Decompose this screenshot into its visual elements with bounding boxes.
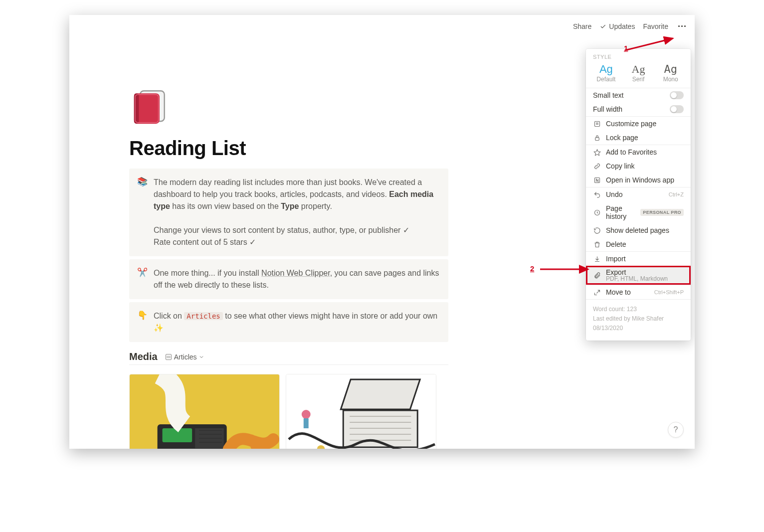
- pro-badge: PERSONAL PRO: [640, 209, 684, 216]
- svg-marker-17: [341, 379, 420, 409]
- callout-text: One more thing... if you install Notion …: [154, 267, 439, 291]
- updates-button[interactable]: Updates: [599, 22, 635, 30]
- menu-undo[interactable]: Undo Ctrl+Z: [586, 187, 691, 201]
- menu-move-to[interactable]: Move to Ctrl+Shift+P: [586, 285, 691, 299]
- annotation-arrow-2: [538, 264, 593, 274]
- trash-icon: [593, 240, 601, 248]
- toggle-full-width[interactable]: Full width: [586, 102, 691, 116]
- card-thumbnail: [130, 374, 279, 449]
- share-label: Share: [573, 22, 591, 30]
- clock-icon: [593, 208, 601, 216]
- style-default[interactable]: Ag Default: [590, 63, 622, 83]
- undo-icon: [593, 190, 601, 198]
- share-button[interactable]: Share: [573, 22, 591, 30]
- gallery-card[interactable]: Who Will Teach Silicon Valley to Be Ethi…: [286, 374, 436, 449]
- callout-text: The modern day reading list includes mor…: [154, 177, 439, 248]
- gallery-card[interactable]: A Tax That Could Fix Big Tech: [129, 374, 280, 449]
- move-icon: [593, 288, 601, 296]
- callout-clipper[interactable]: ✂️ One more thing... if you install Noti…: [129, 259, 448, 299]
- notion-icon: [593, 176, 601, 184]
- callout-tip[interactable]: 👇 Click on Articles to see what other vi…: [129, 302, 448, 342]
- check-icon: [599, 23, 606, 30]
- menu-customize-page[interactable]: Customize page: [586, 117, 691, 131]
- style-caption: STYLE: [586, 49, 691, 61]
- svg-rect-2: [134, 93, 139, 124]
- menu-lock-page[interactable]: Lock page: [586, 131, 691, 145]
- app-window: Share Updates Favorite Reading List 📚 Th…: [69, 15, 695, 449]
- point-down-icon: 👇: [137, 310, 148, 334]
- favorite-button[interactable]: Favorite: [643, 22, 668, 30]
- switch-icon: [670, 105, 684, 113]
- favorite-label: Favorite: [643, 22, 668, 30]
- menu-delete[interactable]: Delete: [586, 237, 691, 251]
- menu-copy-link[interactable]: Copy link: [586, 159, 691, 173]
- gallery: A Tax That Could Fix Big Tech: [129, 374, 448, 449]
- svg-line-42: [596, 290, 599, 293]
- star-icon: [593, 148, 601, 156]
- view-selector[interactable]: Articles: [164, 352, 206, 362]
- section-header: Media Articles: [129, 351, 448, 365]
- callout-text: Click on Articles to see what other view…: [154, 310, 439, 334]
- page-options-menu: STYLE Ag Default Ag Serif Ag Mono Small …: [586, 49, 691, 341]
- updates-label: Updates: [609, 22, 635, 30]
- svg-point-24: [302, 410, 311, 419]
- page-icon[interactable]: [129, 87, 168, 126]
- paperclip-icon: [593, 271, 601, 279]
- page-content: Reading List 📚 The modern day reading li…: [129, 37, 448, 449]
- download-icon: [593, 255, 601, 263]
- lock-icon: [593, 134, 601, 142]
- list-icon: [166, 354, 172, 360]
- menu-open-windows-app[interactable]: Open in Windows app: [586, 173, 691, 187]
- view-name: Articles: [174, 353, 197, 361]
- svg-rect-25: [304, 418, 309, 428]
- switch-icon: [670, 91, 684, 99]
- help-icon: ?: [674, 425, 678, 434]
- customize-icon: [593, 120, 601, 128]
- annotation-label-2: 2: [530, 264, 534, 273]
- menu-show-deleted[interactable]: Show deleted pages: [586, 223, 691, 237]
- style-mono[interactable]: Ag Mono: [654, 63, 687, 83]
- svg-rect-37: [595, 137, 599, 140]
- style-serif[interactable]: Ag Serif: [622, 63, 655, 83]
- svg-marker-38: [594, 149, 600, 155]
- menu-import[interactable]: Import: [586, 252, 691, 266]
- chevron-down-icon: [198, 354, 204, 360]
- page-header: Share Updates Favorite: [69, 15, 695, 37]
- help-button[interactable]: ?: [668, 422, 684, 438]
- more-options-button[interactable]: [676, 23, 688, 29]
- card-thumbnail: [286, 374, 436, 449]
- menu-add-favorites[interactable]: Add to Favorites: [586, 145, 691, 159]
- toggle-small-text[interactable]: Small text: [586, 88, 691, 102]
- section-title[interactable]: Media: [129, 351, 158, 362]
- restore-icon: [593, 226, 601, 234]
- menu-page-history[interactable]: Page history PERSONAL PRO: [586, 201, 691, 223]
- scissors-icon: ✂️: [137, 267, 148, 291]
- svg-rect-34: [594, 121, 599, 126]
- menu-meta: Word count: 123 Last edited by Mike Shaf…: [586, 300, 691, 341]
- callout-intro[interactable]: 📚 The modern day reading list includes m…: [129, 169, 448, 256]
- books-icon: 📚: [137, 177, 148, 248]
- menu-export[interactable]: Export PDF, HTML, Markdown: [586, 266, 691, 285]
- link-icon: [593, 162, 601, 170]
- page-title[interactable]: Reading List: [129, 137, 448, 160]
